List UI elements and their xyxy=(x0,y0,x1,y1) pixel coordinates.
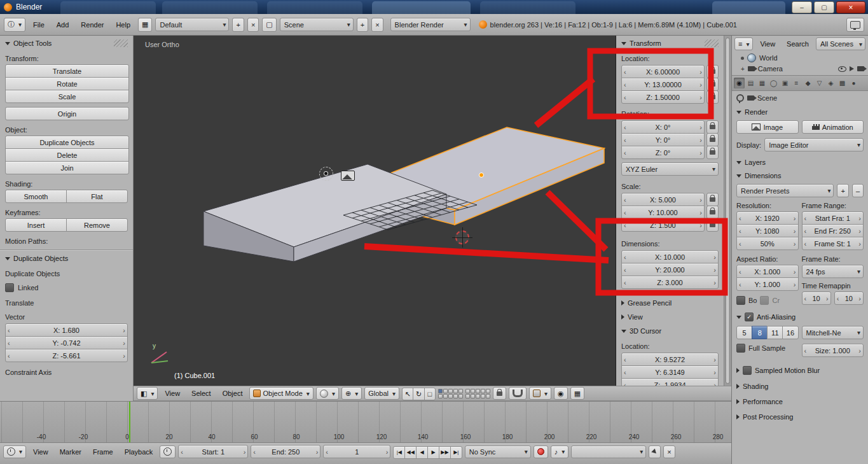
view-panel-header[interactable]: View xyxy=(621,313,719,321)
renderability-camera-icon[interactable] xyxy=(857,66,864,71)
scale-button[interactable]: Scale xyxy=(5,90,129,103)
rotation-mode-dropdown[interactable]: XYZ Euler xyxy=(621,162,719,176)
outliner-item-camera[interactable]: + Camera xyxy=(732,64,868,74)
lock-to-scene-button[interactable] xyxy=(493,387,506,400)
scale-manipulator-button[interactable]: □ xyxy=(424,388,436,400)
aa-size-field[interactable]: Size: 1.000 xyxy=(802,344,864,357)
remap-old-field[interactable]: 10 xyxy=(802,292,831,305)
visibility-eye-icon[interactable] xyxy=(838,66,846,72)
jump-to-end-button[interactable]: ▶| xyxy=(450,446,462,459)
translate-button[interactable]: Translate xyxy=(5,64,129,78)
frame-step-field[interactable]: Frame St: 1 xyxy=(802,237,864,250)
transform-panel-header[interactable]: Transform xyxy=(621,39,719,47)
rotation-y-field[interactable]: Y: 0° xyxy=(621,133,705,146)
tab-world[interactable]: ◯ xyxy=(768,78,779,88)
viewport-menu-object[interactable]: Object xyxy=(218,388,247,399)
rotation-x-field[interactable]: X: 0° xyxy=(621,120,705,134)
aa-filter-dropdown[interactable]: Mitchell-Ne xyxy=(802,326,864,339)
linked-checkbox[interactable] xyxy=(5,283,14,292)
minimize-button[interactable]: – xyxy=(792,1,812,13)
border-checkbox[interactable] xyxy=(736,296,745,305)
performance-panel-header[interactable]: Performance xyxy=(736,398,864,405)
n-panel-scrollbar[interactable] xyxy=(724,36,731,386)
aa-samples-11-button[interactable]: 11 xyxy=(767,326,783,339)
aspect-y-field[interactable]: Y: 1.000 xyxy=(736,278,799,291)
add-scene-button[interactable]: + xyxy=(357,18,368,32)
dimensions-y-field[interactable]: Y: 20.000 xyxy=(621,263,719,276)
mode-dropdown[interactable]: Object Mode xyxy=(249,387,313,400)
use-preview-range-button[interactable] xyxy=(160,446,176,458)
location-y-field[interactable]: Y: 13.00000 xyxy=(621,78,705,91)
frame-rate-dropdown[interactable]: 24 fps xyxy=(802,265,864,278)
add-layout-button[interactable]: + xyxy=(232,18,244,32)
lock-location-x-button[interactable] xyxy=(706,65,719,78)
render-presets-dropdown[interactable]: Render Presets xyxy=(736,184,834,197)
aa-samples-5-button[interactable]: 5 xyxy=(736,326,752,339)
scrollbar-thumb[interactable] xyxy=(726,38,730,384)
layer-grid-left[interactable] xyxy=(438,389,463,398)
viewport-menu-view[interactable]: View xyxy=(160,388,184,399)
tab-material[interactable]: ◈ xyxy=(825,78,836,88)
lock-rotation-y-button[interactable] xyxy=(706,133,719,146)
tab-object-data[interactable]: ▽ xyxy=(814,78,825,88)
timeline-menu-marker[interactable]: Marker xyxy=(55,446,86,458)
editor-type-selector[interactable]: ⓘ xyxy=(4,18,25,32)
cursor-y-field[interactable]: Y: 6.3149 xyxy=(621,365,719,379)
keying-set-field[interactable] xyxy=(571,446,646,458)
post-processing-panel-header[interactable]: Post Processing xyxy=(736,413,864,421)
snap-toggle-button[interactable] xyxy=(509,387,527,400)
dimensions-panel-header[interactable]: Dimensions xyxy=(736,172,864,179)
anti-aliasing-checkbox[interactable] xyxy=(745,313,754,321)
motion-blur-checkbox[interactable] xyxy=(743,366,752,375)
remove-preset-button[interactable]: – xyxy=(852,184,864,197)
smooth-button[interactable]: Smooth xyxy=(5,190,67,203)
layers-panel-header[interactable]: Layers xyxy=(736,158,864,166)
full-sample-checkbox[interactable] xyxy=(736,344,745,353)
join-button[interactable]: Join xyxy=(5,161,129,174)
crop-checkbox[interactable] xyxy=(760,296,769,305)
close-button[interactable]: × xyxy=(836,1,865,13)
resolution-percent-field[interactable]: 50% xyxy=(736,237,799,250)
timeline[interactable]: -40 -20 0 20 40 60 80 100 120 140 160 18… xyxy=(0,401,731,442)
cursor-3d-icon[interactable] xyxy=(455,230,469,244)
cursor-z-field[interactable]: Z: -1.9934 xyxy=(621,378,719,386)
maximize-button[interactable]: ▢ xyxy=(814,1,834,13)
opengl-render-image-button[interactable]: ◉ xyxy=(554,387,568,400)
object-tools-header[interactable]: Object Tools xyxy=(5,39,128,47)
display-dropdown[interactable]: Image Editor xyxy=(764,138,864,151)
timeline-editor-selector[interactable] xyxy=(3,446,26,458)
outliner-editor-selector[interactable]: ≡ xyxy=(734,38,753,50)
viewport-3d[interactable]: User Ortho y (1) Cube.001 xyxy=(134,36,616,386)
outliner-scope-dropdown[interactable]: All Scenes xyxy=(816,38,865,50)
play-button[interactable]: ▶ xyxy=(427,446,439,459)
lock-scale-x-button[interactable] xyxy=(706,193,719,206)
timeline-menu-frame[interactable]: Frame xyxy=(88,446,118,458)
tab-constraints[interactable]: ≡ xyxy=(791,78,802,88)
next-keyframe-button[interactable]: ▶▶ xyxy=(439,446,451,459)
duplicate-objects-button[interactable]: Duplicate Objects xyxy=(5,136,129,149)
tab-scene[interactable]: ▦ xyxy=(757,78,768,88)
render-panel-header[interactable]: Render xyxy=(736,108,864,116)
tab-object[interactable]: ▣ xyxy=(780,78,790,88)
tab-render-layers[interactable]: ▤ xyxy=(745,78,756,88)
window-duplicate-button[interactable] xyxy=(846,18,864,32)
render-image-button[interactable]: Image xyxy=(736,120,799,134)
remap-new-field[interactable]: 10 xyxy=(834,292,864,305)
outliner-item-world[interactable]: World xyxy=(732,52,868,64)
vector-x-field[interactable]: X: 1.680 xyxy=(5,323,128,337)
viewport-editor-selector[interactable]: ◧ xyxy=(137,387,158,400)
sampled-motion-blur-header[interactable]: Sampled Motion Blur xyxy=(736,366,864,375)
image-empty-icon[interactable] xyxy=(341,171,355,181)
delete-button[interactable]: Delete xyxy=(5,148,129,162)
audio-sync-button[interactable]: ♪ xyxy=(551,446,569,458)
vector-z-field[interactable]: Z: -5.661 xyxy=(5,349,128,362)
expand-plus-icon[interactable]: + xyxy=(741,66,745,73)
play-reverse-button[interactable]: ◀ xyxy=(416,446,428,459)
render-engine-dropdown[interactable]: Blender Render xyxy=(390,18,471,31)
delete-scene-button[interactable]: × xyxy=(371,18,383,32)
menu-help[interactable]: Help xyxy=(111,19,135,31)
previous-keyframe-button[interactable]: ◀◀ xyxy=(404,446,417,459)
menu-file[interactable]: File xyxy=(29,19,49,31)
outliner-menu-search[interactable]: Search xyxy=(782,38,813,50)
selectability-arrow-icon[interactable] xyxy=(850,66,854,71)
